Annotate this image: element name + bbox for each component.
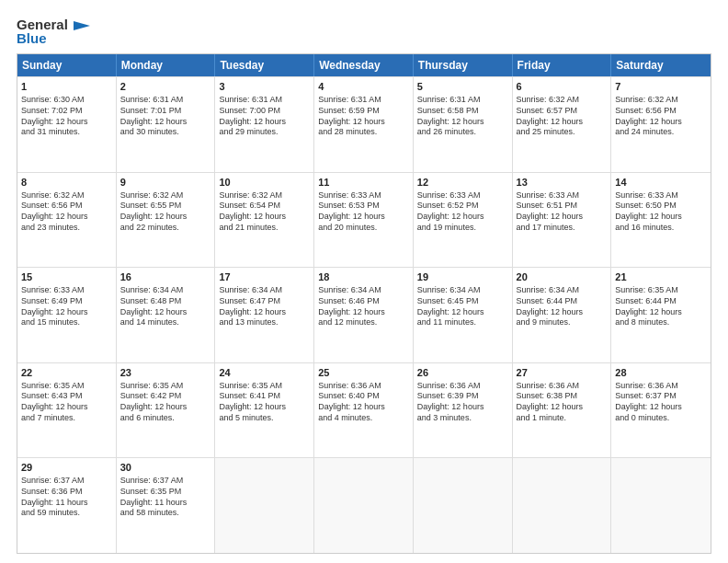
day-detail: Sunrise: 6:34 AM <box>120 285 211 296</box>
day-number: 23 <box>120 366 211 380</box>
day-detail: Sunset: 6:41 PM <box>219 391 310 402</box>
day-detail: Sunset: 6:59 PM <box>318 106 409 117</box>
day-detail: Sunset: 6:38 PM <box>517 391 608 402</box>
table-row: 2Sunrise: 6:31 AMSunset: 7:01 PMDaylight… <box>117 77 216 172</box>
header-monday: Monday <box>117 54 216 76</box>
day-detail: and 22 minutes. <box>120 223 211 234</box>
day-detail: and 3 minutes. <box>417 413 508 424</box>
day-number: 25 <box>318 366 409 380</box>
header-wednesday: Wednesday <box>314 54 414 76</box>
calendar-row-4: 22Sunrise: 6:35 AMSunset: 6:43 PMDayligh… <box>17 362 711 458</box>
table-row: 12Sunrise: 6:33 AMSunset: 6:52 PMDayligh… <box>414 173 513 268</box>
day-detail: Sunrise: 6:37 AM <box>21 476 112 487</box>
day-number: 10 <box>219 176 310 190</box>
day-number: 16 <box>120 270 211 284</box>
day-detail: and 9 minutes. <box>517 317 608 328</box>
day-detail: Sunset: 6:55 PM <box>120 201 211 212</box>
day-detail: and 0 minutes. <box>615 413 707 424</box>
table-row: 11Sunrise: 6:33 AMSunset: 6:53 PMDayligh… <box>314 173 414 268</box>
day-detail: Daylight: 12 hours <box>21 117 112 128</box>
svg-marker-0 <box>74 21 90 30</box>
day-detail: Sunrise: 6:34 AM <box>219 285 310 296</box>
day-number: 18 <box>318 270 409 284</box>
table-row: 15Sunrise: 6:33 AMSunset: 6:49 PMDayligh… <box>17 268 117 362</box>
day-detail: Sunset: 7:02 PM <box>21 106 112 117</box>
header-friday: Friday <box>513 54 612 76</box>
table-row <box>611 458 711 553</box>
calendar-row-2: 8Sunrise: 6:32 AMSunset: 6:56 PMDaylight… <box>17 172 711 268</box>
table-row: 30Sunrise: 6:37 AMSunset: 6:35 PMDayligh… <box>117 458 216 553</box>
calendar-header: Sunday Monday Tuesday Wednesday Thursday… <box>17 54 711 76</box>
day-detail: Daylight: 12 hours <box>120 212 211 223</box>
table-row <box>314 458 414 553</box>
day-detail: Daylight: 12 hours <box>219 212 310 223</box>
table-row: 7Sunrise: 6:32 AMSunset: 6:56 PMDaylight… <box>611 77 711 172</box>
day-detail: Sunset: 6:52 PM <box>417 201 508 212</box>
table-row: 25Sunrise: 6:36 AMSunset: 6:40 PMDayligh… <box>314 363 414 458</box>
day-number: 17 <box>219 270 310 284</box>
day-detail: Daylight: 12 hours <box>517 307 608 318</box>
day-detail: Sunrise: 6:32 AM <box>21 190 112 201</box>
day-detail: Sunrise: 6:36 AM <box>417 381 508 392</box>
day-detail: and 7 minutes. <box>21 413 112 424</box>
day-detail: and 19 minutes. <box>417 223 508 234</box>
day-detail: Sunrise: 6:35 AM <box>120 381 211 392</box>
day-detail: Sunrise: 6:31 AM <box>318 95 409 106</box>
day-number: 13 <box>517 176 608 190</box>
day-detail: Daylight: 12 hours <box>21 402 112 413</box>
day-number: 14 <box>615 176 707 190</box>
day-number: 24 <box>219 366 310 380</box>
table-row: 22Sunrise: 6:35 AMSunset: 6:43 PMDayligh… <box>17 363 117 458</box>
calendar-row-1: 1Sunrise: 6:30 AMSunset: 7:02 PMDaylight… <box>17 76 711 172</box>
day-detail: and 5 minutes. <box>219 413 310 424</box>
day-detail: Sunrise: 6:35 AM <box>615 285 707 296</box>
logo: General Blue <box>17 17 90 46</box>
day-number: 20 <box>517 270 608 284</box>
table-row: 23Sunrise: 6:35 AMSunset: 6:42 PMDayligh… <box>117 363 216 458</box>
day-detail: Daylight: 12 hours <box>21 212 112 223</box>
day-detail: and 31 minutes. <box>21 127 112 138</box>
day-detail: Sunset: 6:44 PM <box>615 296 707 307</box>
day-number: 3 <box>219 80 310 94</box>
day-detail: Daylight: 11 hours <box>21 498 112 509</box>
day-detail: and 1 minute. <box>517 413 608 424</box>
day-detail: Sunrise: 6:34 AM <box>517 285 608 296</box>
day-detail: Sunrise: 6:33 AM <box>517 190 608 201</box>
table-row: 26Sunrise: 6:36 AMSunset: 6:39 PMDayligh… <box>414 363 513 458</box>
day-detail: Sunrise: 6:32 AM <box>615 95 707 106</box>
day-detail: and 12 minutes. <box>318 317 409 328</box>
day-detail: Daylight: 12 hours <box>615 212 707 223</box>
day-number: 9 <box>120 176 211 190</box>
table-row: 10Sunrise: 6:32 AMSunset: 6:54 PMDayligh… <box>215 173 314 268</box>
calendar-row-5: 29Sunrise: 6:37 AMSunset: 6:36 PMDayligh… <box>17 457 711 553</box>
day-detail: and 25 minutes. <box>517 127 608 138</box>
table-row: 9Sunrise: 6:32 AMSunset: 6:55 PMDaylight… <box>117 173 216 268</box>
day-detail: Sunset: 6:40 PM <box>318 391 409 402</box>
day-detail: Sunset: 6:37 PM <box>615 391 707 402</box>
day-detail: and 4 minutes. <box>318 413 409 424</box>
day-detail: Daylight: 12 hours <box>517 212 608 223</box>
day-detail: Sunset: 7:01 PM <box>120 106 211 117</box>
day-detail: and 17 minutes. <box>517 223 608 234</box>
day-number: 15 <box>21 270 112 284</box>
table-row: 24Sunrise: 6:35 AMSunset: 6:41 PMDayligh… <box>215 363 314 458</box>
day-detail: Daylight: 12 hours <box>120 117 211 128</box>
day-detail: and 15 minutes. <box>21 317 112 328</box>
day-detail: Daylight: 12 hours <box>615 117 707 128</box>
day-detail: and 20 minutes. <box>318 223 409 234</box>
day-detail: Sunset: 6:42 PM <box>120 391 211 402</box>
day-detail: Daylight: 12 hours <box>219 402 310 413</box>
day-detail: Sunset: 6:45 PM <box>417 296 508 307</box>
table-row: 27Sunrise: 6:36 AMSunset: 6:38 PMDayligh… <box>513 363 612 458</box>
table-row: 21Sunrise: 6:35 AMSunset: 6:44 PMDayligh… <box>611 268 711 362</box>
day-detail: Daylight: 12 hours <box>615 307 707 318</box>
day-detail: Sunrise: 6:33 AM <box>417 190 508 201</box>
day-detail: and 59 minutes. <box>21 508 112 519</box>
day-detail: Daylight: 12 hours <box>318 402 409 413</box>
day-detail: Sunset: 6:48 PM <box>120 296 211 307</box>
day-detail: and 24 minutes. <box>615 127 707 138</box>
day-detail: Sunset: 6:47 PM <box>219 296 310 307</box>
day-detail: Sunrise: 6:31 AM <box>120 95 211 106</box>
day-detail: Sunset: 6:58 PM <box>417 106 508 117</box>
day-number: 7 <box>615 80 707 94</box>
